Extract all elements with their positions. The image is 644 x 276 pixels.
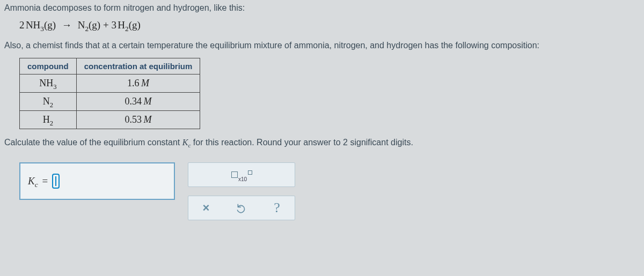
conc-value: 0.53: [125, 114, 142, 125]
table-header-concentration: concentration at equilibrium: [76, 58, 200, 74]
table-cell-conc: 1.6 M: [76, 74, 200, 93]
conc-value: 0.34: [125, 96, 142, 107]
conc-unit: M: [144, 114, 152, 125]
close-icon: ×: [203, 201, 210, 215]
table-row: N2 0.34 M: [20, 93, 200, 111]
compound-sub: 2: [50, 101, 53, 109]
rhs2-species: H: [118, 19, 125, 31]
equals-sign: =: [42, 175, 48, 187]
answer-k: K: [28, 175, 35, 187]
reset-button[interactable]: [232, 200, 251, 216]
sig-figs: 2: [343, 138, 348, 147]
box-x10-icon: x10: [231, 171, 252, 178]
rhs2-subscript: 2: [125, 25, 129, 33]
rhs1-phase: (g): [89, 19, 100, 31]
kc-symbol: Kc: [182, 138, 191, 147]
calc-text-pre: Calculate the value of the equilibrium c…: [4, 138, 182, 147]
prompt-also: Also, a chemist finds that at a certain …: [4, 41, 639, 50]
action-toolbar: × ?: [188, 196, 295, 220]
answer-k-sub: c: [35, 181, 38, 189]
lhs-coefficient: 2: [19, 19, 25, 31]
reaction-equation: 2 NH3(g) → N2(g) + 3 H2(g): [19, 19, 639, 31]
compound-base: N: [43, 96, 50, 107]
lhs-phase: (g): [44, 19, 56, 31]
conc-unit: M: [144, 96, 152, 107]
plus: +: [103, 19, 109, 31]
compound-sub: 3: [53, 83, 56, 91]
calc-text-post: for this reaction. Round your answer to: [191, 138, 343, 147]
kc-k: K: [182, 138, 188, 147]
conc-unit: M: [141, 78, 149, 88]
compound-base: NH: [39, 78, 53, 88]
equilibrium-table: compound concentration at equilibrium NH…: [19, 58, 200, 129]
format-toolbar: x10: [188, 162, 295, 187]
calculate-prompt: Calculate the value of the equilibrium c…: [4, 138, 639, 147]
prompt-intro: Ammonia decomposes to form nitrogen and …: [4, 3, 639, 13]
lhs-subscript: 3: [40, 25, 44, 33]
reaction-arrow-icon: →: [62, 19, 72, 31]
undo-icon: [236, 203, 247, 213]
answer-input-cursor[interactable]: [52, 174, 60, 189]
table-cell-conc: 0.53 M: [76, 111, 200, 129]
rhs1-species: N: [78, 19, 85, 31]
table-row: H2 0.53 M: [20, 111, 200, 129]
table-header-row: compound concentration at equilibrium: [20, 58, 200, 74]
question-icon: ?: [274, 200, 280, 216]
help-button[interactable]: ?: [267, 200, 287, 216]
table-row: NH3 1.6 M: [20, 74, 200, 93]
table-cell-compound: N2: [20, 93, 77, 111]
table-cell-compound: H2: [20, 111, 77, 129]
conc-value: 1.6: [127, 78, 140, 88]
answer-input-box[interactable]: Kc =: [19, 162, 175, 200]
compound-sub: 2: [50, 120, 53, 127]
table-header-compound: compound: [20, 58, 77, 74]
scientific-notation-button[interactable]: x10: [231, 171, 252, 178]
calc-text-tail: significant digits.: [348, 138, 413, 147]
table-cell-compound: NH3: [20, 74, 77, 93]
rhs2-phase: (g): [129, 19, 141, 31]
answer-kc-label: Kc: [28, 175, 38, 187]
compound-base: H: [43, 114, 50, 125]
rhs2-coefficient: 3: [111, 19, 116, 31]
table-cell-conc: 0.34 M: [76, 93, 200, 111]
lhs-species: NH: [26, 19, 40, 31]
clear-button[interactable]: ×: [196, 200, 216, 216]
